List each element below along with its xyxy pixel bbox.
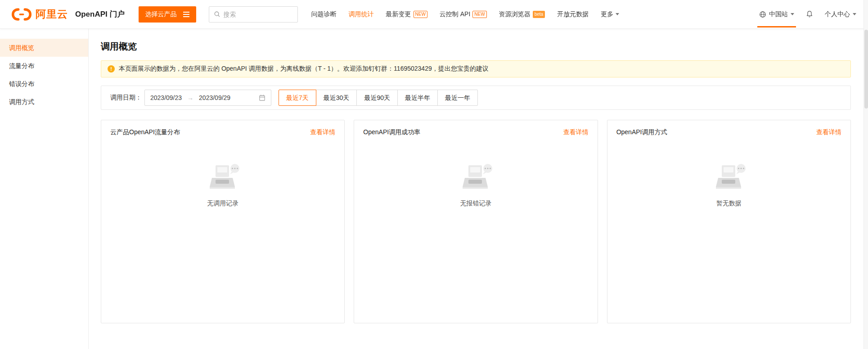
select-cloud-product-label: 选择云产品	[145, 10, 177, 18]
sidebar-item-label: 错误分布	[9, 80, 34, 87]
sidebar-item-label: 调用方式	[9, 98, 34, 105]
empty-state: 无调用记录	[110, 163, 335, 208]
new-badge: NEW	[472, 11, 486, 18]
scrollbar-thumb[interactable]	[864, 30, 868, 109]
arrow-right-icon: →	[187, 94, 193, 101]
header-nav: 问题诊断 调用统计 最新变更 NEW 云控制 API NEW 资源浏览器 bet…	[311, 10, 620, 18]
select-cloud-product-button[interactable]: 选择云产品	[139, 6, 196, 23]
page-layout: 调用概览 流量分布 错误分布 调用方式 调用概览 ! 本页面展示的数据为，您在阿…	[0, 0, 868, 349]
logo-text: 阿里云	[36, 7, 68, 21]
date-range-picker[interactable]: 2023/09/23 → 2023/09/29	[144, 90, 271, 106]
empty-state-text: 暂无数据	[716, 199, 742, 208]
nav-item-latest-changes[interactable]: 最新变更 NEW	[386, 10, 427, 18]
card-traffic-distribution: 云产品OpenAPI流量分布 查看详情	[101, 120, 345, 323]
chevron-down-icon	[853, 13, 856, 15]
sidebar-item-label: 调用概览	[9, 44, 34, 51]
nav-label: 资源浏览器	[499, 10, 531, 18]
account-label: 个人中心	[825, 10, 850, 18]
filter-bar: 调用日期： 2023/09/23 → 2023/09/29 最近7天 最近30天	[101, 86, 851, 110]
end-date-value[interactable]: 2023/09/29	[199, 94, 230, 101]
region-label: 中国站	[769, 10, 788, 18]
hamburger-icon	[183, 12, 189, 17]
nav-label: 云控制 API	[440, 10, 470, 18]
sidebar-item-call-method[interactable]: 调用方式	[0, 93, 88, 111]
sidebar-item-call-overview[interactable]: 调用概览	[0, 39, 88, 57]
calendar-icon	[259, 94, 265, 101]
vertical-scrollbar[interactable]	[864, 0, 868, 349]
stat-cards-row: 云产品OpenAPI流量分布 查看详情	[101, 120, 851, 323]
empty-data-illustration	[456, 163, 495, 192]
sidebar-item-traffic-distribution[interactable]: 流量分布	[0, 57, 88, 75]
portal-title: OpenAPI 门户	[75, 9, 125, 19]
empty-state: 无报错记录	[363, 163, 588, 208]
nav-item-cloud-control-api[interactable]: 云控制 API NEW	[440, 10, 487, 18]
alibaba-cloud-logo-icon	[12, 8, 31, 21]
card-call-method: OpenAPI调用方式 查看详情	[607, 120, 851, 323]
header-search[interactable]	[209, 6, 298, 23]
nav-label: 开放元数据	[557, 10, 589, 18]
nav-label: 调用统计	[349, 10, 374, 18]
account-menu[interactable]: 个人中心	[825, 10, 856, 18]
top-header: 阿里云 OpenAPI 门户 选择云产品 问题诊断 调用统计 最新变更 NEW …	[0, 0, 868, 29]
start-date-value[interactable]: 2023/09/23	[150, 94, 182, 101]
empty-state: 暂无数据	[616, 163, 841, 208]
nav-label: 更多	[601, 10, 613, 18]
card-title: 云产品OpenAPI流量分布	[110, 128, 180, 136]
header-right: 中国站 个人中心	[759, 10, 856, 18]
nav-item-open-metadata[interactable]: 开放元数据	[557, 10, 589, 18]
notice-banner: ! 本页面展示的数据为，您在阿里云的 OpenAPI 调用数据，为离线数据（T …	[101, 60, 851, 77]
search-input[interactable]	[224, 11, 293, 18]
alibaba-cloud-logo[interactable]: 阿里云	[12, 7, 68, 21]
new-badge: NEW	[414, 11, 427, 18]
sidebar-item-error-distribution[interactable]: 错误分布	[0, 75, 88, 93]
nav-item-call-statistics[interactable]: 调用统计	[349, 10, 374, 18]
notification-bell[interactable]	[806, 10, 813, 18]
chevron-down-icon	[616, 13, 619, 15]
warning-icon: !	[108, 65, 115, 73]
region-selector[interactable]: 中国站	[759, 10, 794, 18]
nav-label: 问题诊断	[311, 10, 337, 18]
sidebar: 调用概览 流量分布 错误分布 调用方式	[0, 29, 89, 349]
card-header: 云产品OpenAPI流量分布 查看详情	[110, 128, 335, 136]
date-filter-label: 调用日期：	[110, 94, 142, 102]
range-button-last-90-days[interactable]: 最近90天	[356, 90, 398, 106]
card-title: OpenAPI调用方式	[616, 128, 667, 136]
empty-state-text: 无报错记录	[460, 199, 491, 208]
nav-item-diagnosis[interactable]: 问题诊断	[311, 10, 337, 18]
nav-item-resource-explorer[interactable]: 资源浏览器 beta	[499, 10, 545, 18]
range-button-last-7-days[interactable]: 最近7天	[279, 90, 316, 106]
card-title: OpenAPI调用成功率	[363, 128, 420, 136]
empty-state-text: 无调用记录	[207, 199, 238, 208]
bell-icon	[806, 10, 813, 18]
nav-item-more[interactable]: 更多	[601, 10, 619, 18]
card-header: OpenAPI调用方式 查看详情	[616, 128, 841, 136]
view-details-link[interactable]: 查看详情	[816, 128, 841, 136]
empty-data-illustration	[710, 163, 748, 192]
view-details-link[interactable]: 查看详情	[563, 128, 589, 136]
range-button-last-half-year[interactable]: 最近半年	[397, 90, 438, 106]
view-details-link[interactable]: 查看详情	[310, 128, 335, 136]
notice-text: 本页面展示的数据为，您在阿里云的 OpenAPI 调用数据，为离线数据（T - …	[119, 65, 489, 73]
range-button-last-30-days[interactable]: 最近30天	[316, 90, 357, 106]
main-content: 调用概览 ! 本页面展示的数据为，您在阿里云的 OpenAPI 调用数据，为离线…	[89, 29, 868, 349]
search-icon	[214, 11, 220, 18]
empty-data-illustration	[203, 163, 242, 192]
quick-range-group: 最近7天 最近30天 最近90天 最近半年 最近一年	[279, 90, 478, 106]
globe-icon	[759, 11, 766, 18]
sidebar-item-label: 流量分布	[9, 62, 34, 69]
page-title: 调用概览	[101, 41, 851, 53]
nav-label: 最新变更	[386, 10, 411, 18]
card-header: OpenAPI调用成功率 查看详情	[363, 128, 588, 136]
range-button-last-year[interactable]: 最近一年	[437, 90, 478, 106]
card-success-rate: OpenAPI调用成功率 查看详情	[354, 120, 598, 323]
chevron-down-icon	[791, 13, 794, 15]
beta-badge: beta	[533, 11, 545, 18]
